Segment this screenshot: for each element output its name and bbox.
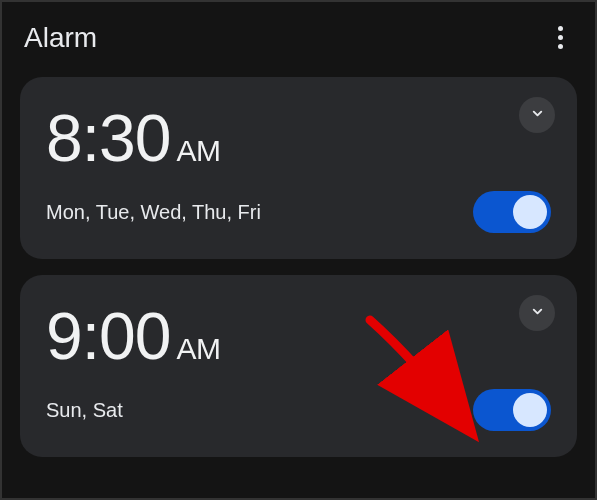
toggle-knob xyxy=(513,393,547,427)
chevron-down-icon xyxy=(530,304,545,319)
alarm-toggle[interactable] xyxy=(473,191,551,233)
alarm-list: 8:30 AM Mon, Tue, Wed, Thu, Fri 9:00 AM … xyxy=(2,77,595,457)
alarm-card[interactable]: 8:30 AM Mon, Tue, Wed, Thu, Fri xyxy=(20,77,577,259)
expand-button[interactable] xyxy=(519,97,555,133)
toggle-knob xyxy=(513,195,547,229)
alarm-bottom-row: Sun, Sat xyxy=(46,389,551,431)
chevron-down-icon xyxy=(530,106,545,121)
alarm-time[interactable]: 8:30 AM xyxy=(46,105,551,171)
expand-button[interactable] xyxy=(519,295,555,331)
alarm-time[interactable]: 9:00 AM xyxy=(46,303,551,369)
alarm-bottom-row: Mon, Tue, Wed, Thu, Fri xyxy=(46,191,551,233)
alarm-card[interactable]: 9:00 AM Sun, Sat xyxy=(20,275,577,457)
alarm-days: Sun, Sat xyxy=(46,399,123,422)
alarm-days: Mon, Tue, Wed, Thu, Fri xyxy=(46,201,261,224)
more-options-icon[interactable] xyxy=(550,18,571,57)
time-value: 9:00 xyxy=(46,303,170,369)
app-header: Alarm xyxy=(2,2,595,77)
time-value: 8:30 xyxy=(46,105,170,171)
time-period: AM xyxy=(176,134,220,168)
alarm-toggle[interactable] xyxy=(473,389,551,431)
time-period: AM xyxy=(176,332,220,366)
page-title: Alarm xyxy=(24,22,97,54)
